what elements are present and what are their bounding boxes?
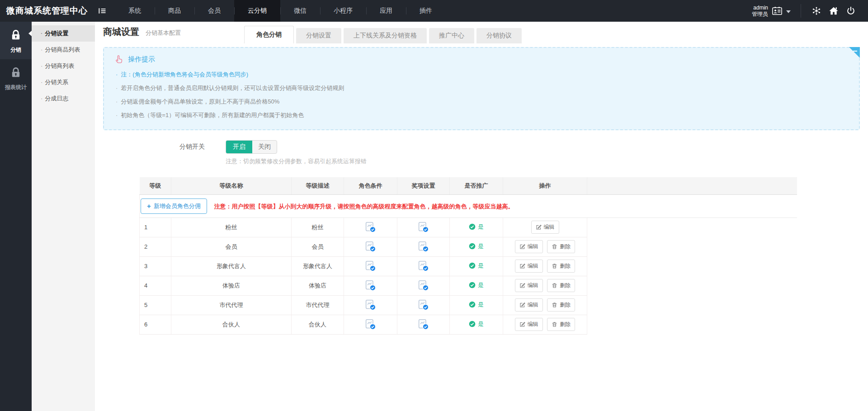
delete-button[interactable]: 删除 (547, 298, 575, 312)
row-reward-cell (397, 295, 450, 315)
tab-promotion-center[interactable]: 推广中心 (429, 28, 474, 43)
row-name: 体验店 (171, 276, 292, 295)
role-table: 等级 等级名称 等级描述 角色条件 奖项设置 是否推广 操作 (139, 177, 797, 335)
sidebar-item-distribution-settings[interactable]: 分销设置 (32, 25, 95, 42)
reward-doc-check-icon[interactable] (417, 318, 429, 331)
condition-doc-check-icon[interactable] (364, 318, 377, 331)
edit-button[interactable]: 编辑 (515, 240, 543, 253)
page-header: 商城设置 分销基本配置 角色分销 分销设置 上下线关系及分销资格 推广中心 分销… (95, 22, 868, 43)
add-role-button[interactable]: + 新增会员角色分佣 (141, 198, 207, 214)
switch-off-button[interactable]: 关闭 (252, 141, 277, 153)
tips-item: 初始角色（等级=1）可编辑不可删除，所有新建的用户都属于初始角色 (114, 109, 849, 122)
edit-pencil-icon (519, 283, 525, 288)
sidebar-item-commission-log[interactable]: 分成日志 (32, 90, 95, 107)
tab-role-distribution[interactable]: 角色分销 (244, 26, 294, 43)
nav-item-apps[interactable]: 应用 (366, 0, 406, 22)
tab-distribution-settings[interactable]: 分销设置 (296, 28, 341, 43)
module-item-distribution[interactable]: 分销 (0, 22, 32, 59)
row-level: 6 (140, 315, 171, 334)
col-actions: 操作 (503, 177, 587, 194)
promote-status-badge: 是 (469, 223, 484, 231)
col-empty (587, 177, 797, 194)
condition-doc-check-icon[interactable] (364, 260, 377, 272)
promote-status-badge: 是 (469, 301, 484, 309)
col-cond: 角色条件 (344, 177, 397, 194)
table-row: 4 体验店 体验店 是 (140, 276, 797, 295)
row-reward-cell (397, 217, 450, 237)
condition-doc-check-icon[interactable] (364, 279, 377, 292)
tab-distribution-agreement[interactable]: 分销协议 (476, 28, 522, 43)
reward-doc-check-icon[interactable] (417, 279, 429, 292)
distribution-switch-row: 分销开关 开启 关闭 (103, 140, 861, 154)
shortcut-network-icon[interactable] (811, 5, 822, 16)
promote-status-badge: 是 (469, 242, 484, 250)
row-desc: 会员 (292, 237, 344, 256)
sidebar-item-distributor-list[interactable]: 分销商列表 (32, 58, 95, 74)
row-reward-cell (397, 237, 450, 256)
edit-pencil-icon (519, 244, 525, 250)
edit-button[interactable]: 编辑 (515, 298, 543, 312)
row-condition-cell (344, 217, 397, 237)
condition-doc-check-icon[interactable] (364, 221, 377, 233)
nav-item-wechat[interactable]: 微信 (280, 0, 320, 22)
nav-item-system[interactable]: 系统 (115, 0, 155, 22)
tips-item: 注：(角色分销新增角色将会与会员等级角色同步) (114, 68, 849, 81)
trash-icon (552, 321, 557, 327)
green-check-icon (469, 243, 476, 250)
condition-doc-check-icon[interactable] (364, 299, 377, 311)
nav-item-miniprogram[interactable]: 小程序 (320, 0, 366, 22)
sidebar-item-distribution-relation[interactable]: 分销关系 (32, 74, 95, 90)
distribution-switch-toggle: 开启 关闭 (226, 140, 277, 154)
table-toolbar-row: + 新增会员角色分佣 注意：用户按照【等级】从小到大的顺序升级，请按照角色的高级… (140, 194, 797, 217)
col-promote: 是否推广 (450, 177, 503, 194)
edit-button[interactable]: 编辑 (515, 260, 543, 273)
hand-pointer-icon (114, 54, 124, 64)
delete-button[interactable]: 删除 (547, 240, 575, 253)
switch-note: 注意：切勿频繁修改分佣参数，容易引起系统运算报错 (226, 157, 861, 165)
nav-item-plugins[interactable]: 插件 (406, 0, 446, 22)
module-label: 报表统计 (0, 84, 32, 91)
tips-item: 分销返佣金额每个商品单独设定，原则上不高于商品价格50% (114, 95, 849, 109)
menu-toggle-icon[interactable] (98, 0, 115, 22)
trash-icon (552, 244, 557, 250)
edit-pencil-icon (519, 263, 525, 269)
module-sidebar: 分销 报表统计 (0, 22, 32, 411)
power-icon[interactable] (845, 5, 856, 16)
row-level: 2 (140, 237, 171, 256)
row-reward-cell (397, 276, 450, 295)
nav-item-goods[interactable]: 商品 (155, 0, 194, 22)
edit-pencil-icon (536, 224, 542, 230)
nav-item-distribution[interactable]: 云分销 (234, 0, 280, 22)
reward-doc-check-icon[interactable] (417, 221, 429, 233)
row-condition-cell (344, 315, 397, 334)
edit-pencil-icon (519, 321, 525, 327)
edit-button[interactable]: 编辑 (515, 279, 543, 292)
table-row: 2 会员 会员 是 (140, 237, 797, 256)
home-icon[interactable] (828, 5, 839, 16)
reward-doc-check-icon[interactable] (417, 299, 429, 311)
page-title: 商城设置 (103, 26, 139, 38)
delete-button[interactable]: 删除 (547, 318, 575, 331)
module-item-report[interactable]: 报表统计 (0, 59, 32, 97)
module-label: 分销 (0, 46, 32, 54)
user-menu[interactable]: admin 管理员 (752, 5, 791, 17)
col-level: 等级 (140, 177, 171, 194)
sidebar-item-distribution-goods[interactable]: 分销商品列表 (32, 42, 95, 58)
row-desc: 粉丝 (292, 217, 344, 237)
col-name: 等级名称 (171, 177, 292, 194)
tab-updown-relation[interactable]: 上下线关系及分销资格 (344, 28, 427, 43)
delete-button[interactable]: 删除 (547, 260, 575, 273)
trash-icon (552, 263, 557, 269)
nav-item-member[interactable]: 会员 (194, 0, 234, 22)
table-header-row: 等级 等级名称 等级描述 角色条件 奖项设置 是否推广 操作 (140, 177, 797, 194)
edit-button[interactable]: 编辑 (515, 318, 543, 331)
reward-doc-check-icon[interactable] (417, 241, 429, 253)
table-row: 1 粉丝 粉丝 是 (140, 217, 797, 237)
switch-on-button[interactable]: 开启 (226, 141, 252, 153)
delete-button[interactable]: 删除 (547, 279, 575, 292)
tips-collapse-corner[interactable] (849, 47, 860, 58)
condition-doc-check-icon[interactable] (364, 241, 377, 253)
edit-button[interactable]: 编辑 (531, 221, 559, 234)
reward-doc-check-icon[interactable] (417, 260, 429, 272)
row-condition-cell (344, 256, 397, 276)
